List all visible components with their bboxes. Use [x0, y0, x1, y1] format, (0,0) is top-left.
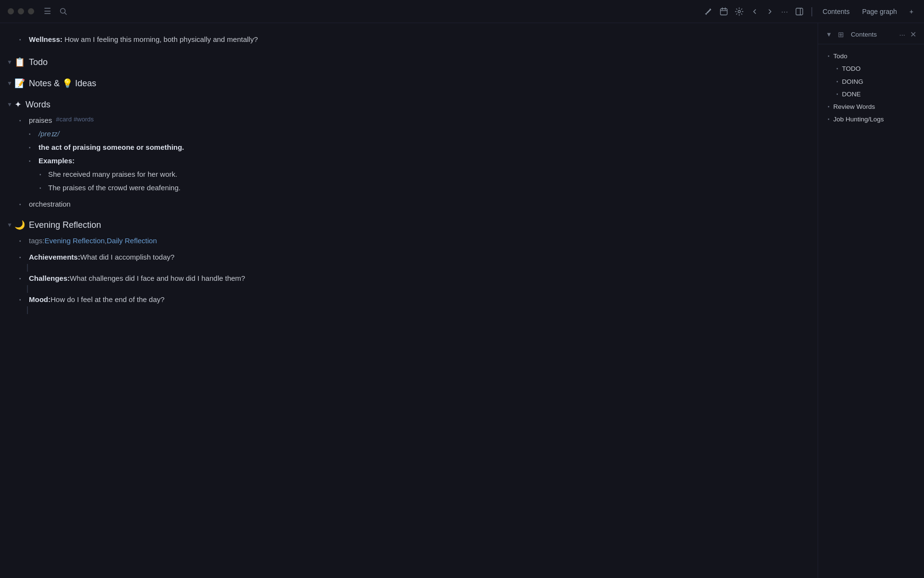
praises-tag-card: #card: [56, 115, 72, 125]
tags-prefix: tags:: [29, 235, 45, 247]
todo-section-header[interactable]: ▼ 📋 Todo: [0, 53, 818, 71]
todo-sidebar-bullet: •: [828, 53, 830, 60]
sidebar-item-review-words[interactable]: • Review Words: [818, 101, 924, 113]
titlebar-icons: ☰: [44, 6, 67, 16]
definition-line: • the act of praising someone or somethi…: [0, 141, 818, 154]
mood-label: Mood:: [29, 294, 51, 305]
sidebar-title-icon: ⊞: [838, 30, 844, 39]
orchestration-bullet: •: [19, 201, 21, 209]
challenges-text: What challenges did I face and how did I…: [70, 273, 245, 284]
tab-page-graph[interactable]: Page graph: [859, 6, 899, 17]
praises-word: praises: [29, 115, 52, 126]
wellness-bullet: •: [19, 36, 21, 44]
sidebar-item-job-hunting[interactable]: • Job Hunting/Logs: [818, 113, 924, 126]
challenges-label: Challenges:: [29, 273, 70, 284]
todo-todo-bullet: •: [836, 65, 838, 72]
tab-add[interactable]: +: [907, 6, 916, 17]
example1-text: She received many praises for her work.: [48, 169, 177, 180]
wellness-line: • Wellness: How am I feeling this mornin…: [0, 33, 818, 46]
wellness-text: Wellness: How am I feeling this morning,…: [29, 34, 258, 45]
minimize-button[interactable]: [18, 8, 24, 14]
achievements-text: What did I accomplish today?: [80, 251, 175, 263]
notes-collapse[interactable]: ▼: [7, 80, 13, 87]
tags-line: • tags: Evening Reflection , Daily Refle…: [0, 234, 818, 248]
svg-rect-2: [720, 9, 727, 15]
example2-line: • The praises of the crowd were deafenin…: [0, 181, 818, 195]
todo-todo-label: TODO: [842, 64, 861, 74]
achievements-bullet: •: [19, 254, 21, 262]
sidebar-item-todo-todo[interactable]: • TODO: [818, 63, 924, 75]
sidebar-more-icon[interactable]: ···: [899, 30, 905, 39]
evening-section-header[interactable]: ▼ 🌙 Evening Reflection: [0, 216, 818, 234]
definition-text: the act of praising someone or something…: [38, 142, 184, 153]
orchestration-text: orchestration: [29, 198, 71, 210]
notes-title: Notes & 💡 Ideas: [29, 78, 96, 89]
sidebar-item-doing[interactable]: • DOING: [818, 76, 924, 88]
examples-header-line: • Examples:: [0, 154, 818, 168]
sidebar-header: ▼ ⊞ Contents ··· ✕: [818, 23, 924, 44]
notes-section-header[interactable]: ▼ 📝 Notes & 💡 Ideas: [0, 74, 818, 92]
tag-evening-reflection[interactable]: Evening Reflection: [45, 235, 105, 247]
wellness-label: Wellness:: [29, 35, 63, 43]
settings-icon[interactable]: [735, 7, 744, 16]
sidebar-item-todo[interactable]: • Todo: [818, 50, 924, 63]
orchestration-line: • orchestration: [0, 197, 818, 211]
calendar-icon[interactable]: [719, 7, 728, 16]
words-title: Words: [26, 100, 51, 110]
sidebar-item-done[interactable]: • DONE: [818, 88, 924, 101]
traffic-lights: [8, 8, 34, 14]
review-words-label: Review Words: [834, 102, 875, 112]
phonetic-text: /preɪz/: [38, 128, 60, 140]
tag-daily-reflection[interactable]: Daily Reflection: [107, 235, 157, 247]
todo-icon: 📋: [14, 57, 25, 67]
titlebar: ☰: [0, 0, 924, 23]
doing-label: DOING: [842, 77, 863, 87]
example1-line: • She received many praises for her work…: [0, 168, 818, 181]
close-button[interactable]: [8, 8, 14, 14]
maximize-button[interactable]: [28, 8, 34, 14]
examples-header-text: Examples:: [38, 155, 75, 167]
challenges-bullet: •: [19, 275, 21, 283]
todo-collapse[interactable]: ▼: [7, 59, 13, 66]
sidebar-collapse-icon[interactable]: ▼: [826, 31, 832, 38]
notes-icon: 📝: [14, 78, 25, 89]
todo-sidebar-label: Todo: [834, 52, 847, 61]
achievements-line: • Achievements: What did I accomplish to…: [0, 250, 818, 264]
mood-line: • Mood: How do I feel at the end of the …: [0, 293, 818, 306]
forward-icon[interactable]: [766, 7, 774, 16]
svg-rect-7: [796, 8, 803, 15]
tags-bullet: •: [19, 237, 21, 245]
sidebar-title: Contents: [851, 31, 877, 38]
evening-collapse[interactable]: ▼: [7, 222, 13, 228]
titlebar-right: ··· | Contents Page graph +: [704, 6, 916, 17]
review-words-bullet: •: [828, 103, 830, 110]
mood-text: How do I feel at the end of the day?: [51, 294, 165, 305]
phonetic-bullet: •: [29, 131, 31, 138]
doing-bullet: •: [836, 78, 838, 85]
mood-bullet: •: [19, 296, 21, 304]
praises-bullet: •: [19, 117, 21, 125]
job-hunting-label: Job Hunting/Logs: [834, 115, 884, 124]
back-icon[interactable]: [750, 7, 759, 16]
menu-icon[interactable]: ☰: [44, 6, 51, 16]
edit-icon[interactable]: [704, 7, 713, 16]
job-hunting-bullet: •: [828, 116, 830, 123]
wellness-content: How am I feeling this morning, both phys…: [63, 35, 258, 43]
main-layout: • Wellness: How am I feeling this mornin…: [0, 23, 924, 578]
evening-title: Evening Reflection: [29, 220, 101, 230]
sidebar-close-icon[interactable]: ✕: [910, 30, 916, 39]
praises-line: • praises #card #words: [0, 114, 818, 127]
svg-point-6: [738, 10, 741, 13]
content-area[interactable]: • Wellness: How am I feeling this mornin…: [0, 23, 818, 578]
definition-bullet: •: [29, 144, 31, 152]
search-icon[interactable]: [60, 8, 67, 15]
achievements-label: Achievements:: [29, 251, 80, 263]
done-bullet: •: [836, 91, 838, 98]
tab-contents[interactable]: Contents: [820, 6, 852, 17]
sidebar-header-actions: ··· ✕: [899, 30, 916, 39]
words-section-header[interactable]: ▼ ✦ Words: [0, 95, 818, 114]
right-sidebar: ▼ ⊞ Contents ··· ✕ • Todo • TODO • DOING: [818, 23, 924, 578]
panel-icon[interactable]: [795, 7, 804, 16]
more-icon[interactable]: ···: [781, 8, 788, 15]
words-collapse[interactable]: ▼: [7, 101, 13, 108]
